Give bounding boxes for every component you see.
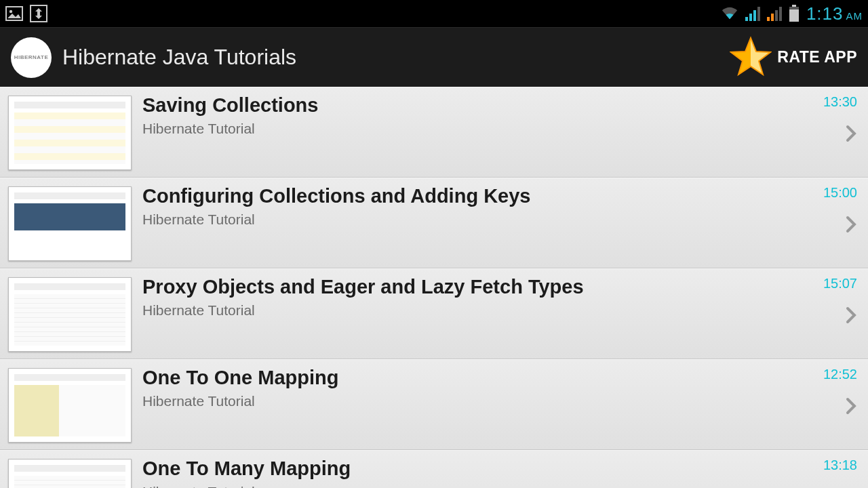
star-icon	[730, 35, 772, 80]
status-left	[5, 5, 47, 22]
svg-rect-7	[789, 9, 799, 22]
app-icon: HIBERNATE	[11, 37, 52, 78]
app-icon-label: HIBERNATE	[14, 54, 49, 60]
list-item-right: 15:07	[806, 274, 857, 327]
rate-app-button[interactable]: RATE APP	[730, 35, 857, 80]
status-right: 1:13 AM	[721, 3, 863, 24]
list-item-subtitle: Hibernate Tutorial	[142, 211, 795, 228]
list-item-subtitle: Hibernate Tutorial	[142, 121, 795, 137]
list-item-title: Configuring Collections and Adding Keys	[142, 185, 795, 207]
thumbnail	[8, 459, 132, 488]
thumbnail	[8, 277, 132, 352]
list-item-main: Saving Collections Hibernate Tutorial	[142, 93, 795, 137]
svg-marker-3	[35, 8, 42, 14]
thumbnail	[8, 186, 132, 261]
list-item-right: 13:18	[806, 456, 857, 488]
thumbnail	[8, 368, 132, 443]
status-bar: 1:13 AM	[0, 0, 868, 27]
list-item-right: 12:52	[806, 365, 857, 418]
chevron-right-icon	[845, 125, 857, 145]
list-item[interactable]: One To One Mapping Hibernate Tutorial 12…	[0, 359, 868, 450]
list-item-right: 13:30	[806, 93, 857, 145]
list-item[interactable]: Configuring Collections and Adding Keys …	[0, 178, 868, 268]
picture-icon	[5, 5, 23, 22]
list-item-duration: 12:52	[823, 367, 857, 382]
list-item-duration: 15:07	[823, 276, 857, 291]
app-header: HIBERNATE Hibernate Java Tutorials RATE …	[0, 27, 868, 87]
signal-2-icon	[767, 6, 782, 21]
list-item-right: 15:00	[806, 184, 857, 236]
list-item-main: Configuring Collections and Adding Keys …	[142, 184, 795, 228]
battery-icon	[789, 5, 800, 22]
list-item-subtitle: Hibernate Tutorial	[142, 393, 795, 409]
tutorial-list[interactable]: Saving Collections Hibernate Tutorial 13…	[0, 87, 868, 488]
list-item-main: Proxy Objects and Eager and Lazy Fetch T…	[142, 274, 795, 319]
wifi-icon	[721, 5, 738, 22]
list-item-subtitle: Hibernate Tutorial	[142, 484, 795, 488]
sync-icon	[30, 5, 47, 22]
list-item-duration: 15:00	[823, 185, 857, 201]
rate-app-label: RATE APP	[777, 48, 857, 66]
list-item-duration: 13:30	[823, 94, 857, 110]
svg-rect-5	[792, 5, 796, 7]
thumbnail	[8, 96, 132, 170]
clock-ampm: AM	[846, 10, 863, 22]
chevron-right-icon	[845, 306, 857, 327]
list-item[interactable]: One To Many Mapping Hibernate Tutorial 1…	[0, 450, 868, 488]
signal-1-icon	[745, 6, 760, 21]
list-item[interactable]: Saving Collections Hibernate Tutorial 13…	[0, 87, 868, 178]
chevron-right-icon	[845, 397, 857, 418]
chevron-right-icon	[845, 216, 857, 236]
status-clock: 1:13 AM	[806, 3, 863, 24]
list-item-main: One To One Mapping Hibernate Tutorial	[142, 365, 795, 409]
list-item-subtitle: Hibernate Tutorial	[142, 302, 795, 319]
list-item-title: Proxy Objects and Eager and Lazy Fetch T…	[142, 276, 795, 298]
svg-marker-4	[35, 14, 42, 19]
page-title: Hibernate Java Tutorials	[62, 45, 296, 70]
list-item-title: One To Many Mapping	[142, 458, 795, 480]
list-item-title: Saving Collections	[142, 94, 795, 117]
list-item-title: One To One Mapping	[142, 367, 795, 389]
svg-point-1	[9, 10, 12, 13]
list-item[interactable]: Proxy Objects and Eager and Lazy Fetch T…	[0, 268, 868, 359]
clock-time-value: 1:13	[806, 3, 844, 24]
list-item-main: One To Many Mapping Hibernate Tutorial	[142, 456, 795, 488]
list-item-duration: 13:18	[823, 458, 857, 473]
